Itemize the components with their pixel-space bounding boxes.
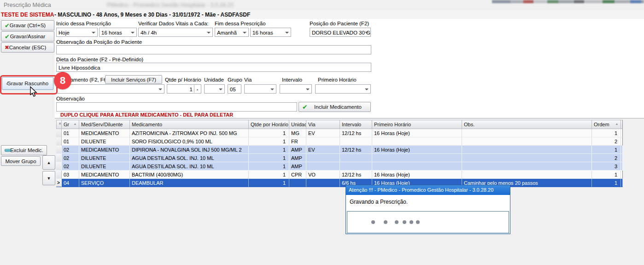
table-row[interactable]: 02DILUENTEAGUA DESTILADA SOL. INJ. 10 ML… [56,162,623,171]
primeiro-horario-select[interactable] [315,84,371,94]
grid-cell-med[interactable]: DIPIRONA - NOVALGINA SOL INJ 500 MG/ML 2 [130,146,249,154]
grid-cell-unidade[interactable]: AMP [289,146,306,154]
move-group-button[interactable]: Mover Grupo [1,156,41,166]
vitais-select[interactable]: 4h / 4h [138,28,213,37]
grid-cell-via[interactable] [306,154,340,162]
grid-cell-via[interactable]: EV [306,146,340,154]
inicio-time-select[interactable]: 16 horas [99,28,137,37]
grid-cell-qtde[interactable]: 1 [249,162,289,171]
grid-cell-ordem[interactable]: 1 [592,179,621,187]
grid-cell-obs[interactable] [462,146,592,154]
grid-cell-primeiro[interactable] [372,162,462,171]
grid-cell-tipo[interactable]: MEDICAMENTO [79,129,130,137]
grid-header-gr[interactable]: Gr▲ [62,120,79,129]
grid-cell-intervalo[interactable] [340,137,372,146]
table-row[interactable]: 02MEDICAMENTODIPIRONA - NOVALGINA SOL IN… [56,146,623,154]
observacao-input[interactable] [56,102,297,112]
medication-grid[interactable]: ✳Gr▲Med/Serv/DiluenteMedicamentoQtde por… [56,120,623,187]
obs-posicao-input[interactable] [56,45,371,54]
row-marker[interactable] [56,162,62,171]
table-row[interactable]: 03MEDICAMENTOBACTRIM (400/80MG)1CPRVO12/… [56,171,623,179]
grid-cell-qtde[interactable]: 1 [249,129,289,137]
grid-cell-gr[interactable]: 03 [62,171,79,179]
grid-cell-ordem[interactable]: 1 [592,146,621,154]
grid-cell-tipo[interactable]: MEDICAMENTO [79,146,130,154]
grid-cell-ordem[interactable]: 1 [592,171,621,179]
qtde-stepper[interactable]: 1 ▲▼ [167,84,201,94]
row-marker[interactable]: > [56,179,62,187]
grid-cell-ordem[interactable]: 1 [592,129,621,137]
dieta-input[interactable]: Livre Hipossódica [56,63,371,72]
grid-cell-ordem[interactable]: 3 [592,162,621,171]
incluir-servicos-button[interactable]: Incluir Serviços (F7) [105,75,162,84]
medicamento-select[interactable] [56,84,164,94]
grid-cell-qtde[interactable]: 1 [249,146,289,154]
grid-cell-med[interactable]: AZITROMICINA - ZITROMAX PO INJ. 500 MG [130,129,249,137]
exclude-medication-button[interactable]: Excluir Medic. [1,145,47,155]
spinner-arrows-icon[interactable]: ▲▼ [194,85,200,93]
grid-cell-intervalo[interactable]: 12/12 hs [340,129,372,137]
grid-cell-qtde[interactable]: 1 [249,137,289,146]
grid-cell-tipo[interactable]: DILUENTE [79,162,130,171]
grid-cell-via[interactable]: VO [306,171,340,179]
row-marker[interactable] [56,154,62,162]
grid-header-med[interactable]: Medicamento [130,120,249,129]
cancel-button[interactable]: ✖ Cancelar (ESC) [1,42,54,53]
grid-cell-primeiro[interactable] [372,137,462,146]
grid-header-ordem[interactable]: Ordem▲ [592,120,621,129]
grid-cell-unidade[interactable]: AMP [289,162,306,171]
grid-cell-unidade[interactable]: AMP [289,154,306,162]
grid-cell-obs[interactable] [462,162,592,171]
unidade-select[interactable] [204,84,225,94]
tab-prescricao-medica[interactable]: Prescrição Médica [4,2,51,8]
fim-time-select[interactable]: 16 horas [250,28,291,37]
grid-cell-med[interactable]: BACTRIM (400/80MG) [130,171,249,179]
grid-cell-intervalo[interactable] [340,162,372,171]
grid-cell-tipo[interactable]: MEDICAMENTO [79,171,130,179]
grupo-input[interactable]: 05 [228,84,241,94]
posicao-select[interactable]: DORSO ELEVADO 30 G [310,28,371,37]
save-sign-button[interactable]: ✔ Gravar/Assinar [1,31,54,41]
table-row[interactable]: 01DILUENTESORO FISIOLOGICO 0,9% 100 ML1F… [56,137,623,146]
grid-cell-obs[interactable] [462,154,592,162]
grid-cell-obs[interactable] [462,137,592,146]
row-marker[interactable] [56,129,62,137]
fim-date-select[interactable]: Amanhã [215,28,249,37]
move-group-up-button[interactable]: ▲ [42,155,55,170]
grid-cell-med[interactable]: DEAMBULAR [130,179,249,187]
grid-header-intervalo[interactable]: Intervalo [340,120,372,129]
grid-cell-primeiro[interactable]: 16 Horas (Hoje) [372,129,462,137]
grid-cell-primeiro[interactable]: 16 Horas (Hoje) [372,146,462,154]
grid-cell-med[interactable]: SORO FISIOLOGICO 0,9% 100 ML [130,137,249,146]
table-row[interactable]: 02DILUENTEAGUA DESTILADA SOL. INJ. 10 ML… [56,154,623,162]
grid-header-unidade[interactable]: Unidade [289,120,306,129]
grid-cell-gr[interactable]: 02 [62,146,79,154]
grid-cell-via[interactable] [306,137,340,146]
grid-cell-tipo[interactable]: DILUENTE [79,154,130,162]
grid-cell-gr[interactable]: 02 [62,154,79,162]
table-row[interactable]: 01MEDICAMENTOAZITROMICINA - ZITROMAX PO … [56,129,623,137]
grid-cell-gr[interactable]: 02 [62,162,79,171]
via-select[interactable] [244,84,276,94]
save-button[interactable]: ✔ Gravar (Ctrl+S) [1,20,54,30]
grid-header-via[interactable]: Via [306,120,340,129]
grid-header-primeiro[interactable]: Primeiro Horário [372,120,462,129]
grid-cell-med[interactable]: AGUA DESTILADA SOL. INJ. 10 ML [130,154,249,162]
grid-cell-primeiro[interactable] [372,154,462,162]
grid-header-marker[interactable]: ✳ [56,120,62,129]
grid-cell-qtde[interactable]: 1 [249,154,289,162]
grid-cell-unidade[interactable]: MG [289,129,306,137]
grid-cell-unidade[interactable]: FR [289,137,306,146]
grid-cell-gr[interactable]: 04 [62,179,79,187]
grid-header-qtde[interactable]: Qtde por Horário [249,120,289,129]
grid-cell-unidade[interactable] [289,179,306,187]
move-group-down-button[interactable]: ▼ [42,171,55,185]
grid-cell-ordem[interactable]: 2 [592,137,621,146]
grid-cell-obs[interactable] [462,129,592,137]
grid-cell-qtde[interactable]: 1 [249,179,289,187]
grid-cell-via[interactable] [306,179,340,187]
grid-cell-intervalo[interactable]: 12/12 hs [340,146,372,154]
grid-cell-ordem[interactable]: 2 [592,154,621,162]
grid-header-obs[interactable]: Obs. [462,120,592,129]
grid-cell-tipo[interactable]: DILUENTE [79,137,130,146]
